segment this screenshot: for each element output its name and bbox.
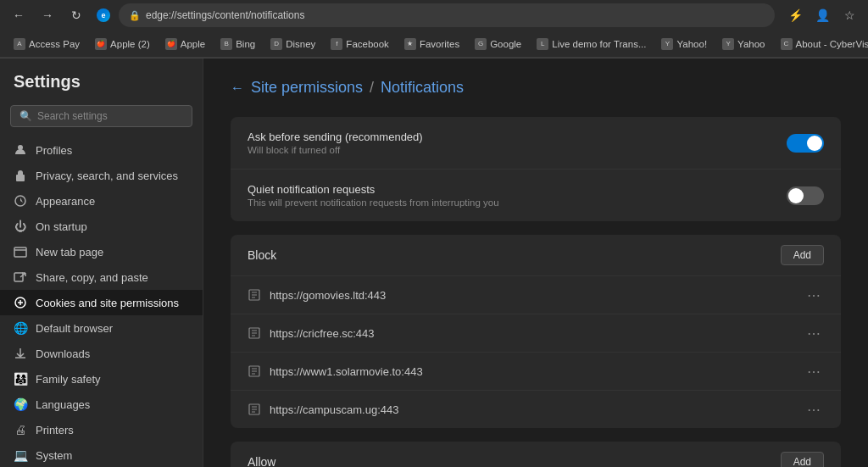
sidebar-item-cookies[interactable]: Cookies and site permissions	[0, 290, 203, 315]
table-row: https://www1.solarmovie.to:443 ⋯	[231, 353, 841, 391]
site-url: https://gomovies.ltd:443	[270, 289, 795, 302]
profile-icon[interactable]: 👤	[810, 3, 834, 27]
more-options-button[interactable]: ⋯	[804, 361, 824, 381]
sidebar-item-appearance[interactable]: Appearance	[0, 188, 203, 214]
bookmark-bing[interactable]: B Bing	[214, 36, 262, 53]
sidebar-item-family[interactable]: 👨‍👩‍👧 Family safety	[0, 366, 203, 392]
bookmark-google[interactable]: G Google	[468, 36, 528, 53]
bookmark-cybervisuals[interactable]: C About - CyberVisuals	[774, 36, 869, 53]
more-options-button[interactable]: ⋯	[804, 323, 824, 343]
languages-icon: 🌍	[14, 398, 27, 411]
back-button[interactable]: ←	[7, 3, 31, 27]
more-options-button[interactable]: ⋯	[804, 285, 824, 305]
sidebar-item-label: New tab page	[36, 246, 103, 259]
block-section-header: Block Add	[231, 235, 841, 276]
quiet-notifications-row: Quiet notification requests This will pr…	[231, 170, 841, 221]
family-icon: 👨‍👩‍👧	[14, 372, 27, 386]
browser-chrome: ← → ↻ e 🔒 edge://settings/content/notifi…	[0, 0, 868, 58]
search-box[interactable]: 🔍	[10, 105, 192, 127]
search-input[interactable]	[37, 110, 183, 122]
block-add-button[interactable]: Add	[781, 245, 824, 265]
address-bar[interactable]: 🔒 edge://settings/content/notifications	[119, 3, 775, 27]
bookmark-access-pay[interactable]: A Access Pay	[7, 36, 86, 53]
allow-section: Allow Add No sites added	[231, 442, 841, 467]
ask-before-sending-info: Ask before sending (recommended) Will bl…	[248, 131, 787, 155]
sidebar-item-label: Cookies and site permissions	[36, 297, 179, 309]
site-url: https://campuscam.ug:443	[270, 403, 795, 416]
bookmark-facebook[interactable]: f Facebook	[324, 36, 396, 53]
profiles-icon	[14, 143, 27, 157]
bookmark-livedemo[interactable]: L Live demo for Trans...	[530, 36, 653, 53]
sidebar-item-default-browser[interactable]: 🌐 Default browser	[0, 315, 203, 341]
bookmark-disney[interactable]: D Disney	[264, 36, 322, 53]
sidebar-item-label: Share, copy, and paste	[36, 271, 148, 284]
sidebar-item-downloads[interactable]: Downloads	[0, 341, 203, 366]
ask-before-sending-desc: Will block if turned off	[248, 145, 787, 155]
table-row: https://gomovies.ltd:443 ⋯	[231, 276, 841, 314]
site-favicon-icon	[248, 326, 261, 340]
bookmark-favicon: ★	[404, 38, 416, 50]
edge-logo-icon: e	[95, 7, 112, 24]
bookmark-favicon: 🍎	[95, 38, 107, 50]
title-bar: ← → ↻ e 🔒 edge://settings/content/notifi…	[0, 0, 868, 31]
bookmarks-bar: A Access Pay 🍎 Apple (2) 🍎 Apple B Bing …	[0, 31, 868, 58]
sidebar-item-label: Downloads	[36, 347, 90, 360]
search-icon: 🔍	[19, 110, 32, 122]
bookmark-favicon: C	[781, 38, 793, 50]
more-options-button[interactable]: ⋯	[804, 399, 824, 420]
breadcrumb-link[interactable]: Site permissions	[251, 79, 363, 97]
block-title: Block	[248, 248, 276, 262]
bookmark-apple[interactable]: 🍎 Apple	[159, 36, 212, 53]
sidebar-item-label: On startup	[36, 220, 87, 233]
quiet-notifications-toggle[interactable]	[787, 186, 824, 205]
sidebar: Settings 🔍 Profiles Privacy, search, and…	[0, 58, 203, 467]
table-row: https://cricfree.sc:443 ⋯	[231, 314, 841, 353]
svg-rect-4	[14, 273, 23, 281]
bookmark-yahoo2[interactable]: Y Yahoo	[715, 36, 771, 53]
bookmark-favorites[interactable]: ★ Favorites	[398, 36, 466, 53]
quiet-notifications-label: Quiet notification requests	[248, 183, 787, 196]
sidebar-item-newtab[interactable]: New tab page	[0, 239, 203, 264]
newtab-icon	[14, 245, 27, 259]
sidebar-item-label: Privacy, search, and services	[36, 170, 178, 182]
quiet-notifications-info: Quiet notification requests This will pr…	[248, 183, 787, 208]
refresh-button[interactable]: ↻	[64, 3, 88, 27]
favorites-icon[interactable]: ☆	[837, 3, 861, 27]
sidebar-item-share[interactable]: Share, copy, and paste	[0, 264, 203, 290]
content-area: ← Site permissions / Notifications Ask b…	[203, 58, 868, 467]
ask-before-sending-label: Ask before sending (recommended)	[248, 131, 787, 143]
allow-title: Allow	[248, 455, 275, 467]
bookmark-yahoo1[interactable]: Y Yahoo!	[654, 36, 714, 53]
ask-before-sending-toggle[interactable]	[787, 134, 824, 153]
bookmark-favicon: 🍎	[165, 38, 177, 50]
extensions-icon[interactable]: ⚡	[783, 3, 807, 27]
page-header: ← Site permissions / Notifications	[231, 79, 841, 97]
sidebar-item-printers[interactable]: 🖨 Printers	[0, 417, 203, 442]
allow-section-header: Allow Add	[231, 442, 841, 467]
site-favicon-icon	[248, 288, 261, 302]
sidebar-item-privacy[interactable]: Privacy, search, and services	[0, 163, 203, 188]
bookmark-favicon: Y	[722, 38, 734, 50]
appearance-icon	[14, 194, 27, 208]
downloads-icon	[14, 347, 27, 360]
bookmark-favicon: Y	[661, 38, 673, 50]
sidebar-item-startup[interactable]: ⏻ On startup	[0, 214, 203, 239]
sidebar-item-system[interactable]: 💻 System	[0, 442, 203, 467]
site-favicon-icon	[248, 364, 261, 378]
sidebar-item-label: Family safety	[36, 373, 101, 386]
page-title: Notifications	[381, 79, 464, 97]
sidebar-item-languages[interactable]: 🌍 Languages	[0, 392, 203, 417]
allow-add-button[interactable]: Add	[781, 452, 824, 467]
site-url: https://www1.solarmovie.to:443	[270, 365, 795, 378]
bookmark-favicon: D	[270, 38, 282, 50]
bookmark-favicon: B	[220, 38, 232, 50]
sidebar-item-label: Default browser	[36, 322, 113, 335]
bookmark-apple-2[interactable]: 🍎 Apple (2)	[88, 36, 157, 53]
site-favicon-icon	[248, 403, 261, 416]
back-button[interactable]: ←	[231, 81, 244, 96]
svg-rect-3	[14, 247, 26, 257]
site-url: https://cricfree.sc:443	[270, 327, 795, 340]
bookmark-favicon: G	[475, 38, 487, 50]
forward-button[interactable]: →	[36, 3, 59, 27]
sidebar-item-profiles[interactable]: Profiles	[0, 137, 203, 163]
